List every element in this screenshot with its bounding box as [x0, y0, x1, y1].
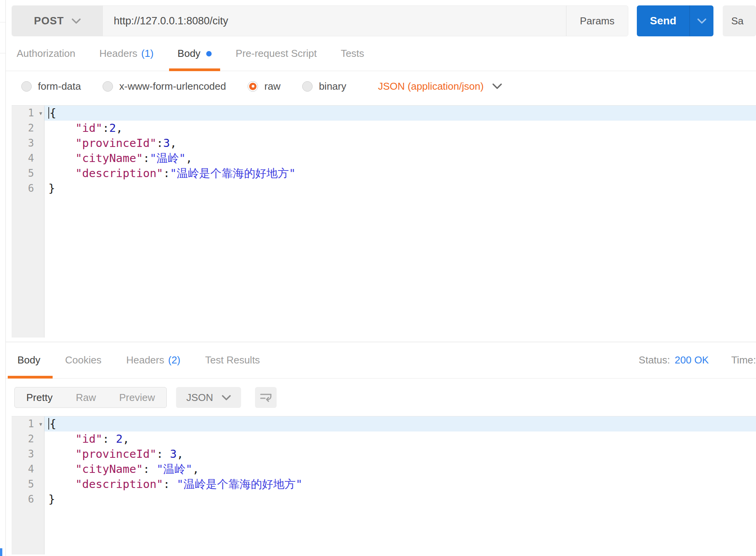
content-type-label: JSON (application/json): [378, 80, 484, 92]
tab-test-results[interactable]: Test Results: [205, 342, 260, 378]
tab-tests[interactable]: Tests: [341, 36, 364, 71]
radio-icon: [21, 81, 32, 92]
chevron-down-icon: [222, 395, 231, 401]
mode-binary[interactable]: binary: [302, 80, 346, 92]
send-button[interactable]: Send: [637, 5, 713, 36]
code-area[interactable]: { "id":2, "provinceId":3, "cityName":"温岭…: [44, 106, 756, 338]
tab-label: Cookies: [65, 354, 101, 366]
content-type-select[interactable]: JSON (application/json): [378, 80, 502, 92]
sidebar-edge: [0, 0, 6, 556]
mode-x-www-form-urlencoded[interactable]: x-www-form-urlencoded: [103, 80, 226, 92]
tab-label: Headers: [126, 354, 164, 366]
line-number: 4: [12, 151, 44, 166]
status-label: Status:: [639, 354, 670, 366]
tab-response-body[interactable]: Body: [17, 342, 40, 378]
line-number: 2: [12, 431, 44, 447]
body-mode-row: form-data x-www-form-urlencoded raw bina…: [6, 71, 756, 101]
line-number: 5: [12, 166, 44, 181]
response-panel: Body Cookies Headers (2) Test Results St…: [6, 342, 756, 554]
postman-window: POST http://127.0.0.1:8080/city Params S…: [0, 0, 756, 556]
sidebar-edge-divider: [0, 53, 5, 53]
response-status-cluster: Status: 200 OK Time:: [639, 354, 756, 366]
fold-toggle-icon[interactable]: ▾: [39, 106, 43, 121]
line-number: 6: [12, 492, 44, 507]
response-tabs: Body Cookies Headers (2) Test Results St…: [6, 342, 756, 379]
tab-label: Pre-request Script: [236, 48, 317, 60]
code-line[interactable]: "id": 2,: [44, 431, 756, 447]
line-number: 5: [12, 477, 44, 492]
tab-pre-request-script[interactable]: Pre-request Script: [236, 36, 317, 71]
status-value[interactable]: 200 OK: [675, 354, 709, 366]
text-cursor: [48, 107, 49, 119]
mode-label: form-data: [38, 80, 81, 92]
wrap-text-button[interactable]: [255, 387, 277, 408]
params-button[interactable]: Params: [566, 6, 628, 36]
tab-label: Test Results: [205, 354, 260, 366]
mode-raw[interactable]: raw: [248, 80, 281, 92]
line-number: 6: [12, 181, 44, 196]
method-label: POST: [34, 15, 64, 27]
tab-label: Tests: [341, 48, 364, 60]
body-content-dot-icon: [206, 51, 212, 56]
text-cursor: [48, 418, 49, 430]
view-preview-button[interactable]: Preview: [108, 387, 166, 408]
headers-count-badge: (2): [168, 354, 180, 366]
line-number: 3: [12, 447, 44, 462]
code-line[interactable]: "cityName":"温岭",: [44, 151, 756, 166]
save-button[interactable]: Sa: [723, 5, 756, 36]
tab-body[interactable]: Body: [178, 36, 212, 71]
wrap-text-icon: [259, 391, 272, 404]
code-line[interactable]: {: [44, 106, 756, 121]
send-options-button[interactable]: [689, 5, 713, 36]
fold-toggle-icon[interactable]: ▾: [39, 416, 43, 431]
request-body-editor[interactable]: 1▾23456 { "id":2, "provinceId":3, "cityN…: [12, 105, 756, 338]
code-line[interactable]: }: [44, 492, 756, 507]
response-body-editor[interactable]: 1▾23456 { "id": 2, "provinceId": 3, "cit…: [12, 416, 756, 554]
method-select[interactable]: POST: [12, 6, 103, 36]
headers-count-badge: (1): [141, 48, 154, 60]
code-line[interactable]: }: [44, 181, 756, 196]
radio-icon: [103, 81, 113, 92]
code-line[interactable]: "id":2,: [44, 121, 756, 136]
mode-label: raw: [264, 80, 281, 92]
url-input[interactable]: http://127.0.0.1:8080/city: [103, 6, 566, 36]
code-line[interactable]: {: [44, 416, 756, 431]
radio-selected-icon: [248, 81, 258, 92]
line-number: 2: [12, 121, 44, 136]
chevron-down-icon: [697, 18, 706, 24]
send-button-label: Send: [637, 5, 689, 36]
time-label: Time:: [731, 354, 756, 366]
view-pretty-button[interactable]: Pretty: [15, 387, 64, 408]
code-line[interactable]: "provinceId": 3,: [44, 447, 756, 462]
code-line[interactable]: "cityName": "温岭",: [44, 462, 756, 477]
tab-authorization[interactable]: Authorization: [17, 36, 75, 71]
code-area[interactable]: { "id": 2, "provinceId": 3, "cityName": …: [44, 416, 756, 554]
code-line[interactable]: "description": "温岭是个靠海的好地方": [44, 477, 756, 492]
response-format-label: JSON: [186, 392, 213, 404]
response-view-row: Pretty Raw Preview JSON: [14, 387, 756, 408]
view-mode-group: Pretty Raw Preview: [14, 387, 167, 408]
tab-headers[interactable]: Headers (1): [99, 36, 154, 71]
chevron-down-icon: [72, 18, 81, 24]
url-bar: POST http://127.0.0.1:8080/city Params S…: [12, 5, 756, 36]
code-line[interactable]: "provinceId":3,: [44, 136, 756, 151]
sidebar-edge-divider: [0, 22, 5, 22]
tab-label: Body: [178, 48, 200, 60]
line-number-gutter: 1▾23456: [12, 106, 44, 338]
tab-response-headers[interactable]: Headers (2): [126, 342, 180, 378]
sidebar-scroll-indicator: [0, 548, 2, 556]
tab-label: Authorization: [17, 48, 75, 60]
mode-label: x-www-form-urlencoded: [119, 80, 226, 92]
line-number: 3: [12, 136, 44, 151]
line-number: 1▾: [12, 106, 44, 121]
code-line[interactable]: "description":"温岭是个靠海的好地方": [44, 166, 756, 181]
view-raw-button[interactable]: Raw: [64, 387, 108, 408]
response-format-select[interactable]: JSON: [176, 387, 241, 408]
request-tabs: Authorization Headers (1) Body Pre-reque…: [6, 36, 756, 71]
mode-label: binary: [319, 80, 346, 92]
url-group: POST http://127.0.0.1:8080/city Params: [12, 5, 628, 36]
tab-cookies[interactable]: Cookies: [65, 342, 101, 378]
radio-icon: [302, 81, 313, 92]
tab-label: Body: [17, 354, 40, 366]
mode-form-data[interactable]: form-data: [21, 80, 81, 92]
